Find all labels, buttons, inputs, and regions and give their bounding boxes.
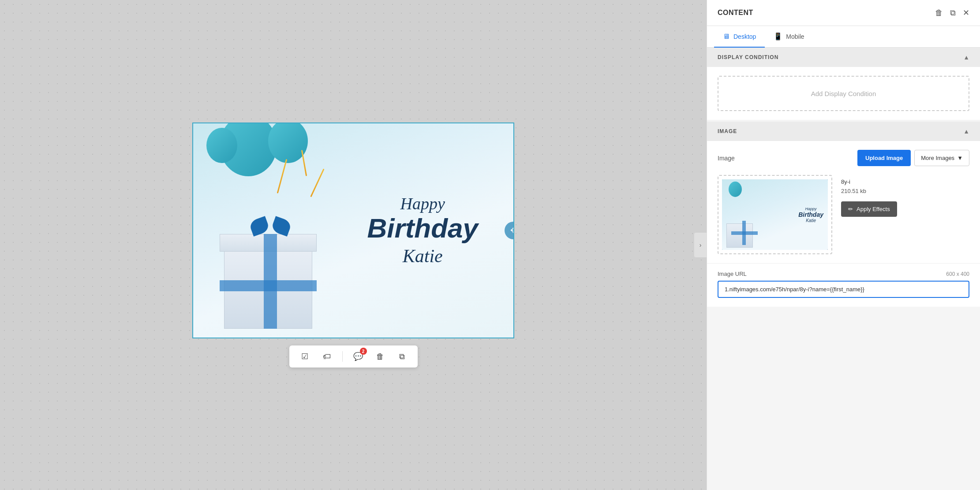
url-dimensions: 600 x 400 bbox=[946, 271, 969, 277]
preview-text-area: Happy Birthday Katie bbox=[798, 207, 823, 223]
gift-ribbon-horizontal bbox=[220, 280, 317, 291]
panel-copy-icon[interactable]: ⧉ bbox=[950, 8, 956, 18]
image-section-toggle[interactable]: ▲ bbox=[963, 128, 969, 135]
panel-close-icon[interactable]: ✕ bbox=[963, 8, 969, 18]
happy-text: Happy bbox=[367, 194, 478, 213]
more-images-button[interactable]: More Images ▼ bbox=[914, 150, 969, 166]
panel-header-icons: 🗑 ⧉ ✕ bbox=[935, 8, 969, 18]
image-section-header[interactable]: IMAGE ▲ bbox=[707, 122, 980, 141]
image-preview-row: Happy Birthday Katie 8y-i 210.51 kb ✏ Ap… bbox=[718, 175, 969, 254]
display-condition-title: DISPLAY CONDITION bbox=[718, 54, 778, 60]
image-section-title: IMAGE bbox=[718, 128, 737, 134]
comment-icon[interactable]: 💬 2 bbox=[352, 350, 365, 363]
display-condition-section: DISPLAY CONDITION ▲ Add Display Conditio… bbox=[707, 48, 980, 120]
image-controls-row: Image Upload Image More Images ▼ bbox=[718, 150, 969, 166]
image-toolbar: ☑ 🏷 💬 2 🗑 ⧉ bbox=[289, 345, 418, 368]
right-panel: CONTENT 🗑 ⧉ ✕ 🖥 Desktop 📱 Mobile DISPLAY… bbox=[707, 0, 980, 490]
image-field-label: Image bbox=[718, 155, 735, 162]
duplicate-icon[interactable]: ⧉ bbox=[396, 350, 409, 363]
preview-happy: Happy bbox=[798, 207, 823, 211]
image-filename: 8y-i bbox=[841, 178, 897, 185]
panel-title: CONTENT bbox=[718, 9, 753, 17]
delete-icon[interactable]: 🗑 bbox=[374, 350, 387, 363]
image-preview-box: Happy Birthday Katie bbox=[718, 175, 832, 254]
display-condition-content: Add Display Condition bbox=[707, 67, 980, 120]
url-row-header: Image URL 600 x 400 bbox=[718, 271, 969, 277]
image-buttons-group: Upload Image More Images ▼ bbox=[857, 150, 969, 166]
mobile-icon: 📱 bbox=[774, 32, 782, 41]
image-url-input[interactable] bbox=[718, 281, 969, 298]
gift-area bbox=[206, 205, 330, 329]
bow-left bbox=[248, 216, 270, 237]
tab-desktop-label: Desktop bbox=[733, 33, 756, 40]
tag-icon[interactable]: 🏷 bbox=[320, 350, 333, 363]
tabs-row: 🖥 Desktop 📱 Mobile bbox=[707, 26, 980, 48]
preview-thumbnail[interactable]: Happy Birthday Katie bbox=[722, 179, 828, 250]
comment-badge: 2 bbox=[360, 348, 367, 355]
add-condition-label: Add Display Condition bbox=[811, 90, 876, 97]
image-element[interactable]: Happy Birthday Katie ✥ bbox=[192, 122, 514, 338]
apply-effects-button[interactable]: ✏ Apply Effects bbox=[841, 201, 897, 217]
upload-image-button[interactable]: Upload Image bbox=[857, 150, 911, 166]
birthday-image: Happy Birthday Katie bbox=[193, 123, 513, 338]
birthday-text: Birthday bbox=[367, 213, 478, 243]
more-images-chevron: ▼ bbox=[957, 155, 963, 161]
panel-header: CONTENT 🗑 ⧉ ✕ bbox=[707, 0, 980, 26]
katie-text: Katie bbox=[367, 246, 478, 267]
tab-mobile[interactable]: 📱 Mobile bbox=[765, 26, 813, 48]
preview-gift bbox=[726, 223, 753, 248]
check-icon[interactable]: ☑ bbox=[298, 350, 311, 363]
url-label: Image URL bbox=[718, 271, 747, 277]
image-filesize: 210.51 kb bbox=[841, 188, 897, 194]
image-section: IMAGE ▲ Image Upload Image More Images ▼ bbox=[707, 122, 980, 307]
display-condition-header[interactable]: DISPLAY CONDITION ▲ bbox=[707, 48, 980, 67]
toolbar-divider bbox=[342, 351, 343, 362]
pencil-icon: ✏ bbox=[848, 206, 853, 212]
more-images-label: More Images bbox=[921, 155, 954, 161]
tab-desktop[interactable]: 🖥 Desktop bbox=[714, 26, 765, 48]
bow-right bbox=[270, 216, 292, 237]
preview-ribbon-h bbox=[731, 231, 758, 235]
birthday-text-area: Happy Birthday Katie bbox=[367, 194, 478, 267]
tab-mobile-label: Mobile bbox=[786, 33, 804, 40]
image-section-content: Image Upload Image More Images ▼ bbox=[707, 141, 980, 263]
image-info: 8y-i 210.51 kb ✏ Apply Effects bbox=[841, 175, 897, 217]
balloon-small bbox=[206, 128, 237, 163]
display-condition-toggle[interactable]: ▲ bbox=[963, 54, 969, 61]
image-url-section: Image URL 600 x 400 bbox=[707, 263, 980, 307]
collapse-panel-button[interactable]: › bbox=[694, 233, 707, 257]
preview-birthday: Birthday bbox=[798, 211, 823, 218]
panel-delete-icon[interactable]: 🗑 bbox=[935, 8, 943, 18]
desktop-icon: 🖥 bbox=[723, 33, 730, 41]
preview-katie: Katie bbox=[798, 218, 823, 223]
add-display-condition-button[interactable]: Add Display Condition bbox=[718, 76, 969, 111]
gift-bow bbox=[251, 216, 290, 238]
preview-balloon bbox=[729, 182, 742, 197]
canvas-area: Happy Birthday Katie ✥ ☑ 🏷 💬 2 🗑 ⧉ bbox=[0, 0, 707, 490]
apply-effects-label: Apply Effects bbox=[857, 206, 890, 212]
